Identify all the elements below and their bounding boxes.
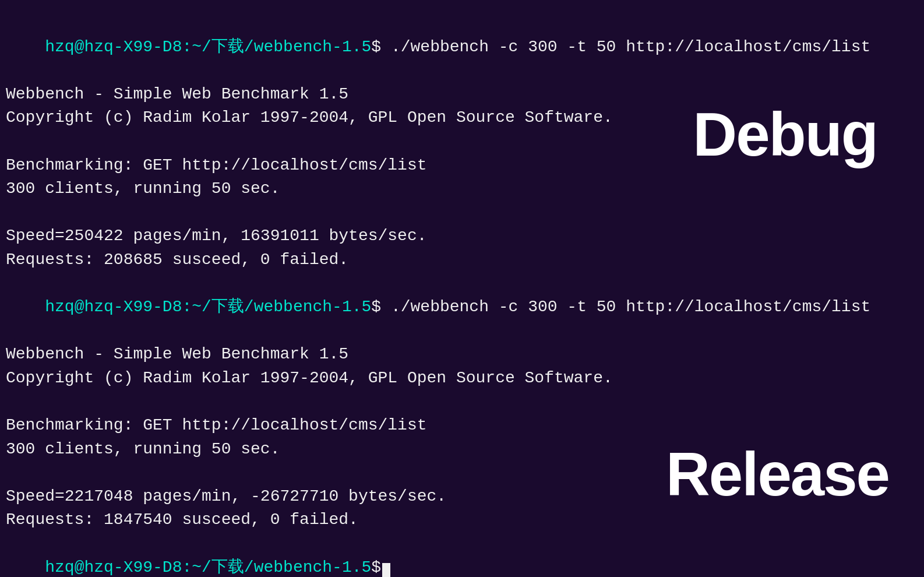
terminal-line-8: hzq@hzq-X99-D8:~/下载/webbench-1.5$ ./webb…: [6, 272, 918, 343]
terminal-line-1: hzq@hzq-X99-D8:~/下载/webbench-1.5$ ./webb…: [6, 12, 918, 83]
terminal-window: hzq@hzq-X99-D8:~/下载/webbench-1.5$ ./webb…: [0, 0, 924, 577]
terminal-line-5: 300 clients, running 50 sec.: [6, 177, 918, 201]
empty-line-2: [6, 201, 918, 225]
prompt-2: hzq@hzq-X99-D8:~/下载/webbench-1.5: [45, 298, 371, 316]
command-1: $ ./webbench -c 300 -t 50 http://localho…: [371, 38, 870, 56]
debug-label: Debug: [693, 90, 877, 179]
release-label: Release: [666, 430, 889, 519]
empty-line-3: [6, 390, 918, 414]
prompt-3: hzq@hzq-X99-D8:~/下载/webbench-1.5: [45, 558, 371, 576]
command-3: $: [371, 558, 381, 576]
command-2: $ ./webbench -c 300 -t 50 http://localho…: [371, 298, 870, 316]
terminal-line-15: hzq@hzq-X99-D8:~/下载/webbench-1.5$: [6, 532, 918, 577]
prompt-1: hzq@hzq-X99-D8:~/下载/webbench-1.5: [45, 38, 371, 56]
terminal-line-10: Copyright (c) Radim Kolar 1997-2004, GPL…: [6, 367, 918, 390]
terminal-line-9: Webbench - Simple Web Benchmark 1.5: [6, 343, 918, 367]
terminal-line-7: Requests: 208685 susceed, 0 failed.: [6, 248, 918, 272]
cursor: [382, 563, 390, 577]
terminal-line-6: Speed=250422 pages/min, 16391011 bytes/s…: [6, 224, 918, 248]
